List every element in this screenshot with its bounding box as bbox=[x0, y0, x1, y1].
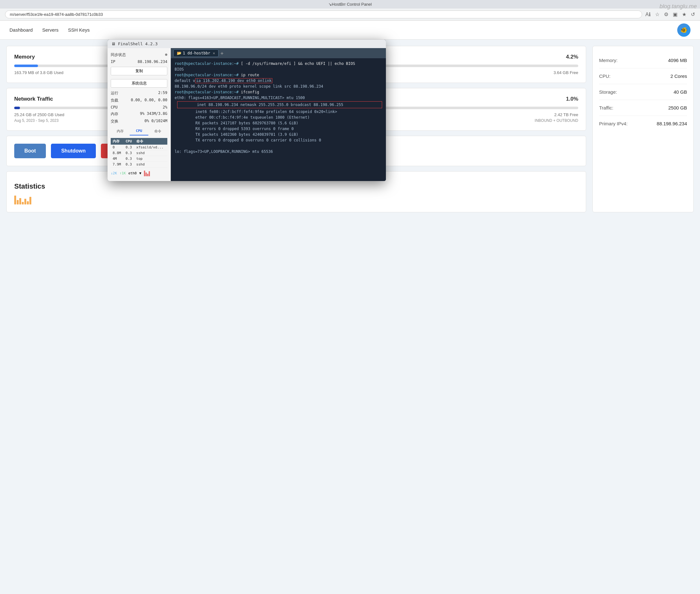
spec-memory-label: Memory: bbox=[599, 58, 618, 63]
fs-load-row: 负载 0.00, 0.00, 0.00 bbox=[111, 97, 167, 104]
fs-traffic-row: ↓2K ↑1K eth0 ▼ bbox=[111, 170, 167, 176]
network-progress-fill bbox=[14, 107, 20, 109]
fs-cpu-label: CPU bbox=[111, 105, 118, 109]
network-title: Network Traffic bbox=[14, 96, 53, 102]
boot-button[interactable]: Boot bbox=[14, 144, 46, 158]
fs-swap-label: 交换 bbox=[111, 119, 118, 124]
browser-chrome: ↘ HostBrr Control Panel m/server/f53ce1f… bbox=[0, 0, 700, 21]
fs-swap-value: 0% 0/1024M bbox=[145, 119, 167, 124]
spec-memory-value: 4096 MB bbox=[668, 58, 687, 63]
nav-ssh-keys[interactable]: SSH Keys bbox=[68, 27, 90, 33]
spec-traffic-value: 2500 GB bbox=[668, 105, 687, 110]
bookmark-icon[interactable]: ☆ bbox=[655, 11, 660, 18]
network-used: 25.24 GB of 2500 GB Used bbox=[14, 112, 64, 117]
spec-memory: Memory: 4096 MB bbox=[599, 53, 687, 68]
terminal-line-2: BIOS bbox=[175, 66, 382, 72]
proc-cmd: top bbox=[134, 156, 167, 162]
proc-mem: 4M bbox=[111, 156, 124, 162]
fs-uptime-row: 运行 2:59 bbox=[111, 90, 167, 97]
proc-cpu: 0.3 bbox=[124, 144, 134, 150]
fs-cpu-value: 2% bbox=[163, 105, 167, 109]
fs-sidebar: 同步状态 ● IP 88.198.96.234 复制 系统信息 运行 2:59 … bbox=[108, 48, 171, 181]
fs-tab-plus[interactable]: + bbox=[220, 50, 224, 56]
fs-tab-cmd[interactable]: 命令 bbox=[148, 128, 167, 135]
network-percent: 1.0% bbox=[566, 96, 578, 102]
fs-tab-cpu[interactable]: CPU bbox=[130, 128, 149, 135]
fs-status-dot: ● bbox=[165, 52, 167, 58]
terminal-line-7: eth0: flags=4163<UP,BROADCAST,RUNNING,MU… bbox=[175, 95, 382, 101]
fs-interface-arrow: ▼ bbox=[139, 171, 141, 175]
finalshell-window: 🖥 FinalShell 4.2.3 同步状态 ● IP 88.198.96.2… bbox=[108, 39, 386, 181]
fs-proc-col-cpu: CPU bbox=[124, 138, 134, 144]
extensions-icon[interactable]: ⚙ bbox=[664, 11, 668, 18]
spec-traffic: Traffic: 2500 GB bbox=[599, 100, 687, 116]
sidebar-icon[interactable]: ▣ bbox=[673, 11, 677, 18]
fcb2 bbox=[145, 172, 147, 176]
avatar[interactable]: 🐠 bbox=[677, 24, 691, 37]
fs-tab-close[interactable]: ✕ bbox=[213, 51, 215, 55]
proc-cmd: xfsaild/vd... bbox=[134, 144, 167, 150]
fs-tab-memory[interactable]: 内存 bbox=[111, 128, 130, 135]
fs-terminal: 📂 1 dd-hostbbr ✕ + root@spectacular-inst… bbox=[171, 48, 386, 181]
fs-titlebar-icon: 🖥 bbox=[111, 41, 115, 46]
fs-ip-row: IP 88.198.96.234 bbox=[111, 59, 167, 65]
mini-chart bbox=[14, 195, 578, 204]
nav-servers[interactable]: Servers bbox=[42, 27, 59, 33]
chart-bar-5 bbox=[24, 199, 26, 204]
fs-status-row: 同步状态 ● bbox=[111, 51, 167, 59]
terminal-line-12: RX errors 0 dropped 5393 overruns 0 fram… bbox=[177, 126, 382, 132]
chart-bar-1 bbox=[14, 196, 16, 204]
fs-terminal-content[interactable]: root@spectacular-instance:~# [ -d /sys/f… bbox=[171, 58, 386, 181]
fs-load-label: 负载 bbox=[111, 98, 118, 103]
memory-used: 163.79 MB of 3.8 GB Used bbox=[14, 70, 63, 75]
fs-title: FinalShell 4.2.3 bbox=[118, 41, 158, 46]
fs-traffic-up: ↑1K bbox=[119, 171, 126, 175]
terminal-line-16: lo: flags=73<UP,LOOPBACK,RUNNING> mtu 65… bbox=[175, 149, 382, 155]
fs-mini-chart bbox=[144, 170, 150, 176]
nav-dashboard[interactable]: Dashboard bbox=[9, 27, 33, 33]
browser-icons: Aℹ ☆ ⚙ ▣ ★ ↺ bbox=[645, 11, 695, 18]
fs-tab-active[interactable]: 📂 1 dd-hostbbr ✕ bbox=[173, 50, 218, 57]
terminal-line-13: TX packets 1402360 bytes 4240839781 (3.9… bbox=[177, 132, 382, 137]
main-layout: Memory 4.2% 163.79 MB of 3.8 GB Used 3.6… bbox=[0, 39, 700, 219]
spec-cpu-label: CPU: bbox=[599, 73, 610, 79]
history-icon[interactable]: ↺ bbox=[691, 11, 695, 18]
spec-cpu: CPU: 2 Cores bbox=[599, 68, 687, 84]
fs-mem-value: 9% 343M/3.8G bbox=[140, 111, 167, 117]
favorites-icon[interactable]: ★ bbox=[682, 11, 687, 18]
process-row: 8.8M0.3sshd bbox=[111, 150, 167, 156]
terminal-line-14: TX errors 0 dropped 0 overruns 0 carrier… bbox=[177, 137, 382, 143]
spec-storage-label: Storage: bbox=[599, 89, 617, 95]
spec-traffic-label: Traffic: bbox=[599, 105, 613, 110]
stats-title: Statistics bbox=[14, 182, 578, 191]
memory-title: Memory bbox=[14, 54, 35, 60]
terminal-line-1: root@spectacular-instance:~# [ -d /sys/f… bbox=[175, 61, 382, 66]
fs-load-value: 0.00, 0.00, 0.00 bbox=[131, 98, 167, 103]
proc-mem: 7.9M bbox=[111, 162, 124, 167]
browser-url[interactable]: m/server/f53ce1fe-ea19-4874-aa8b-0d78171… bbox=[5, 10, 642, 19]
fs-titlebar: 🖥 FinalShell 4.2.3 bbox=[108, 39, 386, 48]
browser-titlebar: ↘ HostBrr Control Panel bbox=[0, 0, 700, 8]
memory-progress-fill bbox=[14, 65, 38, 67]
top-nav: Dashboard Servers SSH Keys 🐠 bbox=[0, 21, 700, 39]
spec-storage-value: 40 GB bbox=[673, 89, 687, 95]
terminal-line-11: RX packets 2417107 bytes 6029763780 (5.6… bbox=[177, 120, 382, 126]
network-label: INBOUND + OUTBOUND bbox=[534, 118, 578, 123]
fs-ip-value: 88.198.96.234 bbox=[138, 60, 167, 64]
process-row: 4M0.3top bbox=[111, 156, 167, 162]
proc-cmd: sshd bbox=[134, 162, 167, 167]
fs-uptime-value: 2:59 bbox=[158, 91, 167, 96]
fs-proc-col-cmd: 命令 bbox=[134, 138, 167, 144]
watermark: blog.tanglu.me bbox=[660, 3, 697, 10]
browser-title: HostBrr Control Panel bbox=[332, 2, 372, 7]
translate-icon[interactable]: Aℹ bbox=[645, 11, 651, 18]
fs-copy-btn[interactable]: 复制 bbox=[111, 67, 167, 75]
proc-mem: 8.8M bbox=[111, 150, 124, 156]
fs-interface: eth0 bbox=[129, 171, 137, 175]
proc-cpu: 0.3 bbox=[124, 162, 134, 167]
fs-sysinfo-btn[interactable]: 系统信息 bbox=[111, 79, 167, 88]
terminal-line-9: inet6 fe80::2cf:bcff:fef4:9f4e prefixlen… bbox=[177, 109, 382, 114]
shutdown-button[interactable]: Shutdown bbox=[51, 144, 96, 158]
browser-title-arrow: ↘ bbox=[328, 2, 332, 7]
chart-bar-4 bbox=[22, 202, 24, 204]
